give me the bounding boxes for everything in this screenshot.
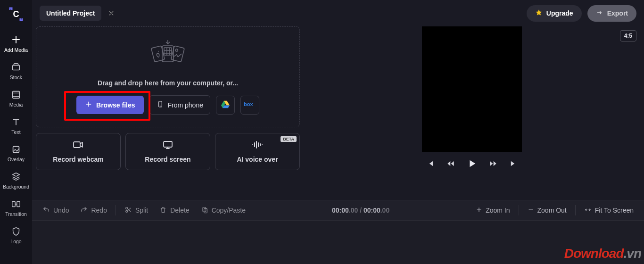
scissors-icon [124,206,132,215]
export-button[interactable]: Export [587,5,636,22]
aspect-ratio-button[interactable]: 4:5 [620,30,636,41]
media-icon [11,90,21,100]
svg-rect-2 [13,91,20,99]
sidebar-item-logo[interactable]: Logo [2,223,30,247]
record-screen-button[interactable]: Record screen [125,133,210,170]
skip-start-button[interactable] [426,159,435,168]
skip-end-button[interactable] [509,159,518,168]
svg-rect-14 [74,142,80,148]
zoom-out-label: Zoom Out [537,206,567,214]
sidebar-item-label: Transition [5,211,27,217]
time-current: 00:00 [332,206,349,214]
sidebar-item-media[interactable]: Media [2,87,30,110]
svg-rect-7 [164,48,172,55]
zoom-out-button[interactable]: Zoom Out [523,204,571,217]
split-button[interactable]: Split [120,203,153,218]
sidebar-item-label: Media [9,102,23,107]
rewind-button[interactable] [446,159,455,168]
svg-rect-1 [13,65,20,70]
svg-rect-15 [164,141,172,147]
sidebar-item-text[interactable]: Text [2,114,30,138]
browse-label: Browse files [96,101,135,109]
clipchamp-logo-icon: C [9,7,23,21]
phone-icon [157,100,164,109]
toolbar-separator [575,205,576,215]
dropzone[interactable]: Drag and drop here from your computer, o… [36,26,300,127]
transition-icon [11,199,21,209]
record-webcam-label: Record webcam [53,156,103,163]
clipboard-icon [201,206,208,215]
google-drive-button[interactable] [216,96,235,115]
preview-canvas[interactable] [422,26,522,152]
audio-wave-icon [251,140,264,151]
player-controls [307,152,636,173]
project-title[interactable]: Untitled Project [40,6,101,21]
shield-icon [11,226,21,237]
zoom-in-label: Zoom In [486,206,510,214]
undo-label: Undo [53,206,69,214]
browse-files-button[interactable]: Browse files [76,96,143,114]
copy-paste-button[interactable]: Copy/Paste [196,203,250,218]
media-panel: Drag and drop here from your computer, o… [36,26,300,200]
upgrade-button[interactable]: Upgrade [527,5,582,22]
svg-rect-19 [204,208,207,213]
record-row: Record webcam Record screen BETA AI voic… [36,133,300,170]
sync-off-icon[interactable] [107,9,116,17]
top-bar: Untitled Project Upgrade Export [32,0,644,26]
from-phone-label: From phone [168,101,203,109]
fit-to-screen-button[interactable]: Fit To Screen [579,204,638,217]
sidebar-item-label: Background [3,184,29,190]
trash-icon [159,206,167,215]
redo-icon [80,206,88,215]
undo-button[interactable]: Undo [38,203,74,218]
box-button[interactable]: box [240,96,259,115]
box-logo-icon: box [244,101,256,109]
svg-rect-9 [171,46,185,62]
fit-icon [584,206,592,214]
svg-text:box: box [244,101,253,107]
svg-rect-4 [12,202,15,207]
monitor-icon [162,140,173,151]
sidebar-item-add-media[interactable]: Add Media [2,31,30,56]
content-row: Drag and drop here from your computer, o… [32,26,644,200]
forward-button[interactable] [488,159,498,168]
redo-button[interactable]: Redo [75,203,111,218]
ai-voiceover-label: AI voice over [237,156,278,163]
plus-icon [85,100,92,109]
timeline-toolbar: Undo Redo Split Delete Copy/Paste 00:00.… [32,200,644,221]
time-sep: / [358,206,363,214]
watermark-suffix: .vn [624,246,641,261]
watermark-brand: Download [564,246,624,261]
dropzone-illustration [144,39,191,71]
watermark: Download.vn [564,246,641,261]
sidebar-item-label: Logo [10,239,21,244]
google-drive-icon [221,100,230,110]
delete-button[interactable]: Delete [155,203,194,218]
app-logo[interactable]: C [7,5,25,24]
timeline[interactable]: Download.vn [32,221,644,264]
preview-panel: 4:5 [307,26,636,200]
play-button[interactable] [467,158,477,169]
plus-icon [476,206,482,214]
sidebar-item-transition[interactable]: Transition [2,196,30,220]
zoom-in-button[interactable]: Zoom In [471,204,514,217]
sidebar-item-overlay[interactable]: Overlay [2,141,30,165]
sidebar-item-background[interactable]: Background [2,169,30,192]
time-current-frac: .00 [349,206,358,214]
export-icon [596,9,603,18]
svg-rect-18 [203,207,206,211]
time-total-frac: .00 [380,206,389,214]
time-total: 00:00 [363,206,380,214]
from-phone-button[interactable]: From phone [149,95,210,115]
dropzone-buttons: Browse files From phone [76,95,259,115]
time-display: 00:00.00 / 00:00.00 [332,206,389,214]
ai-voiceover-button[interactable]: BETA AI voice over [215,133,300,170]
sidebar-item-stock[interactable]: Stock [2,59,30,83]
record-webcam-button[interactable]: Record webcam [36,133,121,170]
sidebar-item-label: Add Media [4,47,28,53]
sidebar-item-label: Stock [10,74,22,80]
toolbar-separator [116,205,116,215]
toolbar-right: Zoom In Zoom Out Fit To Screen [471,204,638,217]
sidebar-item-label: Overlay [8,157,25,162]
fit-label: Fit To Screen [595,206,634,214]
